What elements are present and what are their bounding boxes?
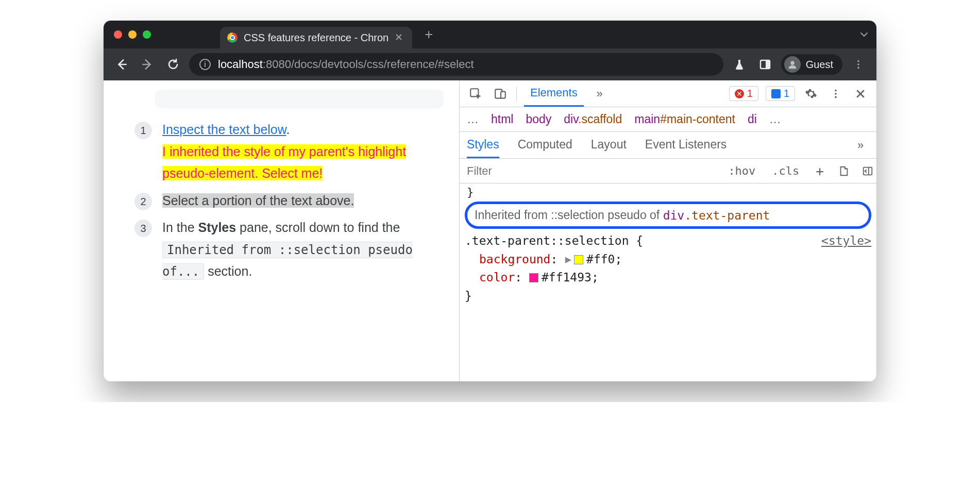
svg-point-12 xyxy=(835,93,837,95)
breadcrumb-ellipsis[interactable]: … xyxy=(769,112,781,126)
site-info-icon[interactable]: i xyxy=(199,59,211,70)
svg-point-6 xyxy=(857,63,859,65)
highlighted-text[interactable]: I inherited the style of my parent's hig… xyxy=(162,144,406,181)
device-toggle-icon[interactable] xyxy=(492,85,509,103)
crumb-body[interactable]: body xyxy=(526,112,551,126)
chrome-menu-button[interactable] xyxy=(849,55,868,74)
styles-body: } Inherited from ::selection pseudo of d… xyxy=(460,183,876,381)
rule-brace-top: } xyxy=(465,186,871,198)
svg-point-5 xyxy=(857,60,859,62)
crumb-di[interactable]: di xyxy=(748,112,757,126)
toggle-sidebar-icon[interactable] xyxy=(859,162,876,180)
svg-rect-3 xyxy=(766,60,770,69)
svg-point-13 xyxy=(835,96,837,98)
avatar-icon xyxy=(784,56,801,73)
declaration-background[interactable]: background: ▶#ff0; xyxy=(465,250,871,269)
forward-button[interactable] xyxy=(138,55,157,74)
styles-subtabs: Styles Computed Layout Event Listeners » xyxy=(460,132,876,159)
browser-toolbar: i localhost:8080/docs/devtools/css/refer… xyxy=(104,48,876,80)
message-badge[interactable]: 1 xyxy=(766,86,795,101)
subtab-computed[interactable]: Computed xyxy=(518,132,572,158)
content-area: 1 Inspect the text below. I inherited th… xyxy=(104,80,876,381)
subtab-layout[interactable]: Layout xyxy=(591,132,627,158)
rule-selector[interactable]: .text-parent::selection { xyxy=(465,232,643,250)
labs-icon[interactable] xyxy=(730,55,749,74)
kebab-menu-icon[interactable] xyxy=(827,85,844,103)
svg-point-7 xyxy=(857,67,859,69)
page-content: 1 Inspect the text below. I inherited th… xyxy=(104,80,459,381)
new-rule-button[interactable]: + xyxy=(810,163,829,179)
address-bar[interactable]: i localhost:8080/docs/devtools/css/refer… xyxy=(189,53,723,76)
profile-chip[interactable]: Guest xyxy=(781,54,842,75)
step-badge: 2 xyxy=(134,193,152,210)
step-badge: 1 xyxy=(134,122,152,139)
close-devtools-icon[interactable] xyxy=(852,85,869,103)
reload-button[interactable] xyxy=(163,55,183,74)
close-window-button[interactable] xyxy=(114,30,122,39)
error-badge[interactable]: ✕1 xyxy=(729,86,758,101)
tabs-dropdown-icon[interactable] xyxy=(859,29,869,40)
inspect-element-icon[interactable] xyxy=(467,85,484,103)
url-text: localhost:8080/docs/devtools/css/referen… xyxy=(218,58,474,71)
tab-elements[interactable]: Elements xyxy=(524,80,584,107)
crumb-div[interactable]: div.scaffold xyxy=(564,112,622,126)
settings-icon[interactable] xyxy=(802,85,820,103)
step-item-1: 1 Inspect the text below. I inherited th… xyxy=(134,119,444,185)
chrome-favicon-icon xyxy=(227,32,238,43)
step-badge: 3 xyxy=(134,220,152,237)
back-button[interactable] xyxy=(112,55,131,74)
styles-filter-input[interactable] xyxy=(467,162,717,180)
window-titlebar: CSS features reference - Chron + xyxy=(104,21,876,48)
devtools-toolbar: Elements » ✕1 1 xyxy=(460,80,876,107)
tab-title: CSS features reference - Chron xyxy=(244,32,388,44)
svg-point-11 xyxy=(835,89,837,91)
maximize-window-button[interactable] xyxy=(143,30,151,39)
subtab-event-listeners[interactable]: Event Listeners xyxy=(645,132,727,158)
inherited-from-header[interactable]: Inherited from ::selection pseudo of div… xyxy=(465,202,871,229)
rule-source-link[interactable]: <style> xyxy=(821,232,871,250)
new-tab-button[interactable]: + xyxy=(419,26,438,43)
svg-rect-10 xyxy=(501,91,505,98)
page-header-block xyxy=(155,90,444,108)
punct: . xyxy=(286,122,290,137)
code-snippet: Inherited from ::selection pseudo of... xyxy=(162,242,413,280)
step-2-text[interactable]: Select a portion of the text above. xyxy=(162,193,354,208)
declaration-color[interactable]: color: #ff1493; xyxy=(465,269,871,287)
bold-label: Styles xyxy=(198,220,236,235)
traffic-lights xyxy=(111,30,151,39)
hov-toggle[interactable]: :hov xyxy=(723,164,761,177)
step-item-2: 2 Select a portion of the text above. xyxy=(134,190,444,212)
profile-label: Guest xyxy=(806,59,833,71)
minimize-window-button[interactable] xyxy=(128,30,137,39)
close-tab-button[interactable] xyxy=(395,33,404,42)
styles-filter-bar: :hov .cls + xyxy=(460,159,876,183)
side-panel-icon[interactable] xyxy=(755,55,775,74)
more-tabs-chevron-icon[interactable]: » xyxy=(591,85,609,103)
breadcrumb-ellipsis[interactable]: … xyxy=(467,112,479,126)
more-subtabs-chevron-icon[interactable]: » xyxy=(852,137,869,154)
subtab-styles[interactable]: Styles xyxy=(467,132,499,158)
steps-list: 1 Inspect the text below. I inherited th… xyxy=(134,119,444,282)
devtools-panel: Elements » ✕1 1 … html body div.s xyxy=(459,80,876,381)
step-item-3: 3 In the Styles pane, scroll down to fin… xyxy=(134,216,444,282)
css-rule: .text-parent::selection { <style> backgr… xyxy=(465,232,871,306)
crumb-html[interactable]: html xyxy=(491,112,513,126)
browser-window: CSS features reference - Chron + i local… xyxy=(104,21,876,381)
step-3-text: In the Styles pane, scroll down to find … xyxy=(162,216,444,282)
dom-breadcrumb: … html body div.scaffold main#main-conte… xyxy=(460,107,876,132)
copy-styles-icon[interactable] xyxy=(835,162,853,180)
inspect-link[interactable]: Inspect the text below xyxy=(162,122,286,137)
rule-close-brace: } xyxy=(465,287,871,306)
cls-toggle[interactable]: .cls xyxy=(767,164,804,177)
crumb-main[interactable]: main#main-content xyxy=(634,112,735,126)
svg-point-4 xyxy=(790,61,794,65)
browser-tab[interactable]: CSS features reference - Chron xyxy=(220,27,412,48)
